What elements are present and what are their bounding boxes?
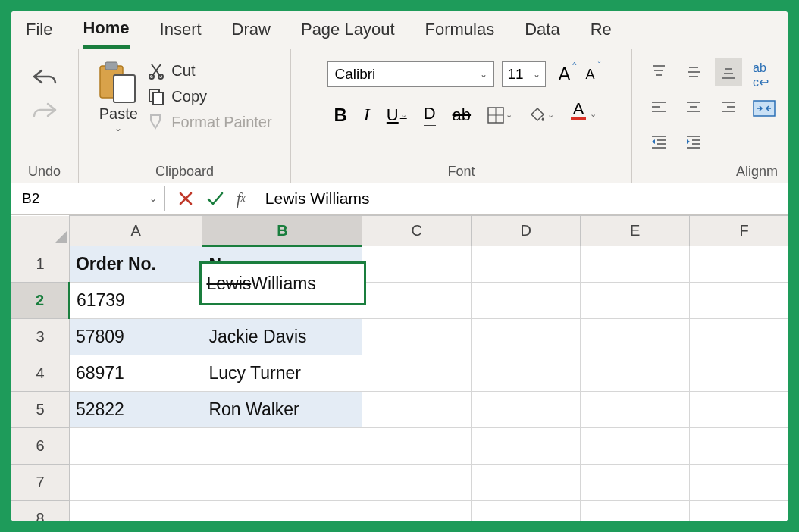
cell-e4[interactable] <box>581 355 690 392</box>
cell-e3[interactable] <box>581 319 690 355</box>
row-header-3[interactable]: 3 <box>11 319 70 355</box>
cell-a3[interactable]: 57809 <box>69 319 202 355</box>
cell-a6[interactable] <box>69 428 202 465</box>
cell-b6[interactable] <box>202 428 362 465</box>
cell-a8[interactable] <box>69 501 202 522</box>
col-header-a[interactable]: A <box>69 216 202 246</box>
underline-button[interactable]: U⌄ <box>387 105 407 125</box>
redo-button[interactable] <box>31 101 58 122</box>
cell-a7[interactable] <box>69 465 202 501</box>
cell-d8[interactable] <box>472 501 581 522</box>
tab-home[interactable]: Home <box>83 11 129 49</box>
fx-button[interactable]: fx <box>237 190 246 208</box>
tab-formulas[interactable]: Formulas <box>425 12 495 47</box>
copy-button[interactable]: Copy <box>147 87 271 105</box>
cell-a4[interactable]: 68971 <box>69 355 202 392</box>
col-header-d[interactable]: D <box>472 216 581 246</box>
col-header-e[interactable]: E <box>581 216 690 246</box>
cut-button[interactable]: Cut <box>147 61 271 80</box>
cell-a5[interactable]: 52822 <box>69 392 202 428</box>
cell-d6[interactable] <box>472 428 581 465</box>
select-all-corner[interactable] <box>11 216 70 246</box>
cell-d3[interactable] <box>472 319 581 355</box>
cell-d5[interactable] <box>472 392 581 428</box>
strikethrough-button[interactable]: ab <box>453 105 471 125</box>
col-header-b[interactable]: B <box>202 216 362 246</box>
row-header-1[interactable]: 1 <box>11 246 70 283</box>
spreadsheet-grid[interactable]: A B C D E F 1 Order No. Name 2 61739 <box>11 215 788 521</box>
cell-c2[interactable] <box>362 283 472 319</box>
format-painter-button[interactable]: Format Painter <box>147 113 271 131</box>
tab-file[interactable]: File <box>26 12 52 47</box>
tab-review[interactable]: Re <box>591 12 612 47</box>
italic-button[interactable]: I <box>364 105 370 125</box>
col-header-f[interactable]: F <box>690 216 788 246</box>
cell-f5[interactable] <box>690 392 788 428</box>
cell-c7[interactable] <box>362 465 472 501</box>
tab-data[interactable]: Data <box>525 12 559 47</box>
cell-f2[interactable] <box>690 283 788 319</box>
cell-d4[interactable] <box>472 355 581 392</box>
cell-f7[interactable] <box>690 465 788 501</box>
align-center-button[interactable] <box>680 93 707 120</box>
cell-e1[interactable] <box>581 246 690 283</box>
cell-e6[interactable] <box>581 428 690 465</box>
paste-button[interactable] <box>97 60 139 105</box>
cell-c1[interactable] <box>362 246 472 283</box>
cell-b7[interactable] <box>202 465 362 501</box>
fill-color-button[interactable]: ⌄ <box>529 107 554 124</box>
decrease-font-button[interactable]: Aˇ <box>586 64 595 85</box>
cell-d1[interactable] <box>472 246 581 283</box>
borders-button[interactable]: ⌄ <box>487 107 512 124</box>
cell-b2[interactable]: Lewis Williams Lewis Williams <box>202 283 362 319</box>
cell-d7[interactable] <box>472 465 581 501</box>
row-header-2[interactable]: 2 <box>11 283 70 319</box>
cell-b5[interactable]: Ron Walker <box>202 392 362 428</box>
cell-d2[interactable] <box>472 283 581 319</box>
merge-button[interactable] <box>753 100 776 117</box>
cell-b4[interactable]: Lucy Turner <box>202 355 362 392</box>
cell-f8[interactable] <box>690 501 788 522</box>
cell-c3[interactable] <box>362 319 472 355</box>
cell-c6[interactable] <box>362 428 472 465</box>
align-right-button[interactable] <box>715 93 742 120</box>
decrease-indent-button[interactable] <box>645 128 672 155</box>
tab-page-layout[interactable]: Page Layout <box>301 12 395 47</box>
align-top-button[interactable] <box>645 58 672 86</box>
cell-a2[interactable]: 61739 <box>69 283 202 319</box>
cell-e5[interactable] <box>581 392 690 428</box>
align-bottom-button[interactable] <box>715 58 742 86</box>
cell-f4[interactable] <box>690 355 788 392</box>
tab-draw[interactable]: Draw <box>232 12 271 47</box>
cancel-edit-button[interactable] <box>177 190 194 207</box>
formula-input[interactable]: Lewis Williams <box>258 189 788 208</box>
cell-e7[interactable] <box>581 465 690 501</box>
bold-button[interactable]: B <box>334 105 346 126</box>
cell-a1[interactable]: Order No. <box>69 246 202 283</box>
paste-dropdown[interactable]: ⌄ <box>114 123 122 133</box>
font-size-select[interactable]: 11 ⌄ <box>502 61 546 87</box>
col-header-c[interactable]: C <box>362 216 472 246</box>
wrap-text-button[interactable]: abc↩ <box>753 61 776 89</box>
cell-b8[interactable] <box>202 501 362 522</box>
font-name-select[interactable]: Calibri ⌄ <box>327 61 494 87</box>
cell-editor[interactable]: Lewis Williams <box>199 261 366 305</box>
cell-e2[interactable] <box>581 283 690 319</box>
row-header-5[interactable]: 5 <box>11 392 70 428</box>
undo-button[interactable] <box>31 67 58 89</box>
align-left-button[interactable] <box>645 93 672 120</box>
cell-f3[interactable] <box>690 319 788 355</box>
tab-insert[interactable]: Insert <box>160 12 202 47</box>
cell-c8[interactable] <box>362 501 472 522</box>
name-box[interactable]: B2 ⌄ <box>14 186 165 211</box>
cell-f6[interactable] <box>690 428 788 465</box>
confirm-edit-button[interactable] <box>206 190 224 207</box>
cell-e8[interactable] <box>581 501 690 522</box>
row-header-8[interactable]: 8 <box>11 501 70 522</box>
cell-f1[interactable] <box>690 246 788 283</box>
row-header-4[interactable]: 4 <box>11 355 70 392</box>
double-underline-button[interactable]: D <box>424 104 436 126</box>
font-color-button[interactable]: A⌄ <box>571 101 586 129</box>
row-header-7[interactable]: 7 <box>11 465 70 501</box>
increase-font-button[interactable]: A^ <box>558 64 570 85</box>
